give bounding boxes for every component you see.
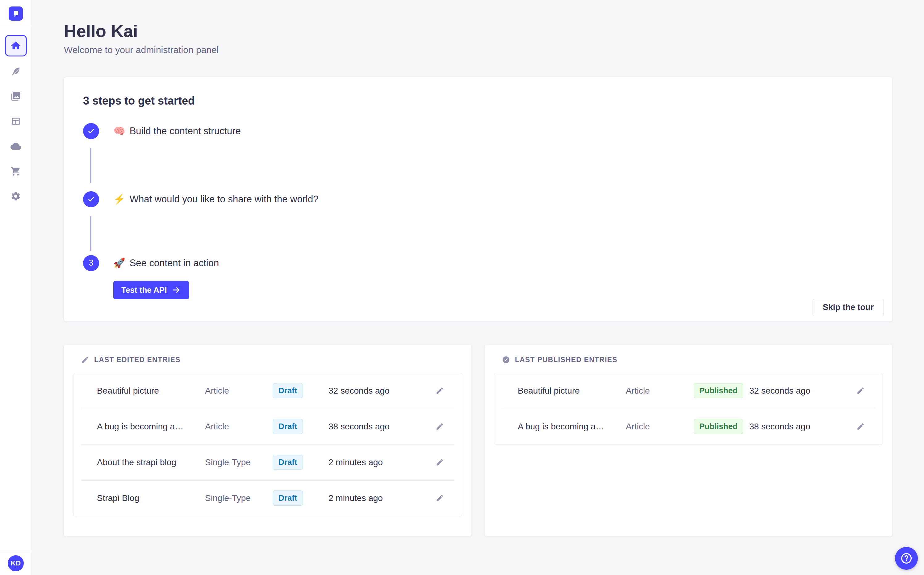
- pencil-icon: [436, 458, 444, 466]
- step-2-text: What would you like to share with the wo…: [130, 194, 319, 205]
- entry-time: 2 minutes ago: [328, 457, 433, 467]
- check-circle-icon: [502, 356, 510, 364]
- table-row: Beautiful picture Article Draft 32 secon…: [73, 373, 462, 409]
- sidebar-item-marketplace[interactable]: [11, 166, 21, 176]
- sidebar-item-settings[interactable]: [11, 191, 21, 202]
- last-published-header: LAST PUBLISHED ENTRIES: [502, 356, 883, 364]
- entry-time: 32 seconds ago: [749, 386, 854, 396]
- question-icon: [900, 552, 913, 564]
- entry-type: Article: [205, 422, 273, 432]
- entry-type: Single-Type: [205, 457, 273, 467]
- edit-entry-button[interactable]: [433, 384, 446, 398]
- edit-entry-button[interactable]: [433, 456, 446, 469]
- main-content: Hello Kai Welcome to your administration…: [32, 0, 924, 575]
- feather-icon: [11, 66, 21, 76]
- pencil-icon: [81, 356, 89, 364]
- step-3-number-bullet: 3: [83, 255, 99, 271]
- table-row: A bug is becoming a… Article Draft 38 se…: [73, 409, 462, 445]
- step-2-check-bullet: [83, 191, 99, 207]
- entry-title: Beautiful picture: [97, 386, 205, 396]
- page-title: Hello Kai: [64, 22, 892, 41]
- pencil-icon: [436, 386, 444, 395]
- status-badge: Draft: [273, 491, 303, 505]
- images-icon: [11, 91, 21, 102]
- entry-time: 38 seconds ago: [749, 422, 854, 432]
- edit-entry-button[interactable]: [854, 420, 867, 434]
- step-1-text: Build the content structure: [130, 125, 241, 137]
- home-icon: [10, 40, 21, 51]
- app-root: KD Hello Kai Welcome to your administrat…: [0, 0, 924, 575]
- step-1-check-bullet: [83, 123, 99, 139]
- step-3-label[interactable]: 🚀 See content in action: [113, 255, 219, 271]
- entry-title: About the strapi blog: [97, 457, 205, 467]
- skip-tour-button[interactable]: Skip the tour: [812, 299, 884, 316]
- test-api-button[interactable]: Test the API: [113, 281, 189, 299]
- entry-title: Strapi Blog: [97, 493, 205, 503]
- step-1-label[interactable]: 🧠 Build the content structure: [113, 123, 241, 139]
- get-started-title: 3 steps to get started: [83, 94, 195, 107]
- sidebar-item-content-type-builder[interactable]: [11, 116, 21, 127]
- layout-icon: [11, 116, 21, 127]
- step-3-text: See content in action: [130, 257, 219, 269]
- status-badge: Draft: [273, 419, 303, 434]
- step-3-number: 3: [89, 258, 93, 268]
- status-badge: Published: [694, 419, 743, 434]
- arrow-right-icon: [172, 285, 181, 295]
- sidebar-item-home[interactable]: [5, 35, 27, 56]
- entry-time: 2 minutes ago: [328, 493, 433, 503]
- lightning-emoji: ⚡: [113, 194, 125, 204]
- entry-title: A bug is becoming a…: [518, 422, 626, 432]
- edit-entry-button[interactable]: [854, 384, 867, 398]
- last-published-panel: LAST PUBLISHED ENTRIES Beautiful picture…: [485, 345, 892, 537]
- last-published-label: LAST PUBLISHED ENTRIES: [515, 356, 617, 364]
- entry-time: 32 seconds ago: [328, 386, 433, 396]
- edit-entry-button[interactable]: [433, 491, 446, 505]
- entry-time: 38 seconds ago: [328, 422, 433, 432]
- sidebar-item-content-manager[interactable]: [11, 66, 21, 76]
- cart-icon: [11, 166, 21, 176]
- avatar-initials: KD: [11, 559, 21, 567]
- brain-emoji: 🧠: [113, 126, 125, 136]
- sidebar-item-cloud[interactable]: [11, 141, 21, 151]
- table-row: Beautiful picture Article Published 32 s…: [494, 373, 883, 409]
- status-badge: Draft: [273, 383, 303, 398]
- sidebar-item-media-library[interactable]: [11, 91, 21, 102]
- step-connector: [91, 216, 91, 251]
- test-api-label: Test the API: [121, 285, 167, 295]
- entry-title: Beautiful picture: [518, 386, 626, 396]
- entry-title: A bug is becoming a…: [97, 422, 205, 432]
- entry-type: Single-Type: [205, 493, 273, 503]
- sidebar-nav: [5, 27, 27, 202]
- strapi-logo-button[interactable]: [9, 6, 23, 21]
- entries-panels: LAST EDITED ENTRIES Beautiful picture Ar…: [64, 345, 892, 537]
- edit-entry-button[interactable]: [433, 420, 446, 434]
- user-avatar[interactable]: KD: [8, 555, 24, 571]
- pencil-icon: [856, 422, 865, 430]
- step-connector: [91, 148, 91, 183]
- entry-type: Article: [626, 422, 694, 432]
- pencil-icon: [436, 494, 444, 502]
- cloud-icon: [11, 141, 21, 151]
- table-row: About the strapi blog Single-Type Draft …: [73, 445, 462, 480]
- step-2-label[interactable]: ⚡ What would you like to share with the …: [113, 191, 318, 207]
- last-edited-table: Beautiful picture Article Draft 32 secon…: [73, 373, 462, 516]
- page-subtitle: Welcome to your administration panel: [64, 44, 892, 56]
- last-edited-label: LAST EDITED ENTRIES: [94, 356, 181, 364]
- pencil-icon: [856, 386, 865, 395]
- table-row: Strapi Blog Single-Type Draft 2 minutes …: [73, 480, 462, 516]
- sidebar: KD: [0, 0, 32, 575]
- strapi-logo-icon: [11, 9, 21, 18]
- pencil-icon: [436, 422, 444, 430]
- status-badge: Draft: [273, 455, 303, 470]
- table-row: A bug is becoming a… Article Published 3…: [494, 409, 883, 445]
- entry-type: Article: [205, 386, 273, 396]
- last-edited-header: LAST EDITED ENTRIES: [81, 356, 462, 364]
- help-button[interactable]: [895, 547, 918, 570]
- get-started-card: 3 steps to get started 🧠 Build the conte…: [64, 77, 892, 321]
- status-badge: Published: [694, 383, 743, 398]
- check-icon: [87, 127, 95, 135]
- check-icon: [87, 195, 95, 203]
- last-edited-panel: LAST EDITED ENTRIES Beautiful picture Ar…: [64, 345, 472, 537]
- last-published-table: Beautiful picture Article Published 32 s…: [494, 373, 883, 445]
- rocket-emoji: 🚀: [113, 258, 125, 268]
